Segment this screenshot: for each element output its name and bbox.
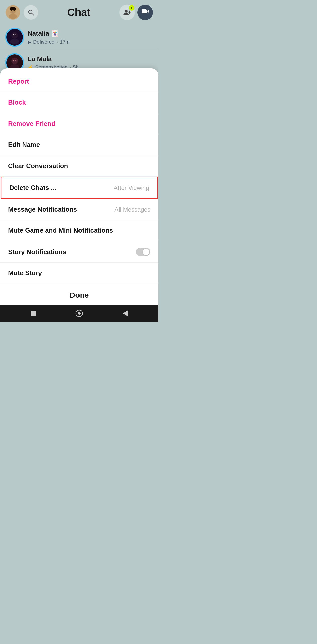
message-notifications-label: Message Notifications <box>8 206 77 213</box>
sheet-item-mute-game[interactable]: Mute Game and Mini Notifications <box>0 220 158 241</box>
new-chat-button[interactable] <box>137 5 153 20</box>
sheet-item-report[interactable]: Report <box>0 71 158 92</box>
home-button[interactable] <box>75 309 84 318</box>
chat-name: La Mala <box>28 55 153 63</box>
chat-avatar-wrap <box>6 28 24 46</box>
svg-point-15 <box>10 39 19 44</box>
search-button[interactable] <box>24 5 38 20</box>
svg-point-4 <box>14 10 15 11</box>
delete-chats-value: After Viewing <box>114 184 149 191</box>
notification-badge: 1 <box>129 5 134 11</box>
svg-point-9 <box>125 10 128 13</box>
block-label: Block <box>8 99 26 106</box>
mute-game-label: Mute Game and Mini Notifications <box>8 227 113 234</box>
chat-item-natalia[interactable]: Natalia 🃏 ▶ Delivered · 17m <box>0 25 158 50</box>
bottom-sheet: Report Block Remove Friend Edit Name Cle… <box>0 68 158 305</box>
sheet-item-mute-story[interactable]: Mute Story <box>0 263 158 284</box>
back-button[interactable] <box>121 309 130 318</box>
sheet-item-block[interactable]: Block <box>0 92 158 113</box>
svg-point-16 <box>11 32 18 39</box>
sheet-item-message-notifications[interactable]: Message Notifications All Messages <box>0 199 158 220</box>
chat-name: Natalia 🃏 <box>28 30 153 37</box>
svg-line-8 <box>32 13 34 15</box>
svg-point-21 <box>11 58 18 64</box>
svg-point-3 <box>11 10 12 11</box>
toggle-knob <box>143 249 149 255</box>
story-notifications-toggle-wrap <box>136 248 150 256</box>
svg-point-17 <box>13 34 14 35</box>
user-avatar[interactable] <box>6 5 20 20</box>
chat-info: Natalia 🃏 ▶ Delivered · 17m <box>28 30 153 45</box>
remove-friend-label: Remove Friend <box>8 120 55 128</box>
page-title: Chat <box>67 6 90 18</box>
sheet-item-edit-name[interactable]: Edit Name <box>0 134 158 155</box>
story-notifications-toggle[interactable] <box>136 248 150 256</box>
sheet-item-remove-friend[interactable]: Remove Friend <box>0 113 158 134</box>
add-friend-button[interactable]: 1 <box>119 5 135 20</box>
clear-conversation-label: Clear Conversation <box>8 162 68 170</box>
app-header: Chat 1 <box>0 0 158 24</box>
header-left <box>6 5 38 20</box>
svg-point-2 <box>9 14 17 19</box>
mute-story-label: Mute Story <box>8 269 42 277</box>
nav-bar <box>0 305 158 322</box>
delivered-icon: ▶ <box>28 39 31 45</box>
svg-point-23 <box>15 60 16 61</box>
sheet-item-clear-conversation[interactable]: Clear Conversation <box>0 155 158 177</box>
svg-rect-6 <box>10 8 16 10</box>
svg-point-18 <box>15 34 16 35</box>
svg-marker-32 <box>123 310 128 316</box>
svg-rect-29 <box>31 311 36 316</box>
sheet-item-delete-chats[interactable]: Delete Chats ... After Viewing <box>1 177 158 199</box>
svg-point-31 <box>78 312 81 315</box>
message-notifications-value: All Messages <box>114 206 150 213</box>
delete-chats-label: Delete Chats ... <box>9 184 56 192</box>
header-right: 1 <box>119 5 153 20</box>
svg-point-22 <box>13 60 14 61</box>
chat-status: ▶ Delivered · 17m <box>28 39 153 45</box>
stop-button[interactable] <box>29 309 38 318</box>
chat-info: La Mala ⚡ Screenshotted · 5h <box>28 55 153 70</box>
done-label: Done <box>70 291 89 299</box>
done-button[interactable]: Done <box>0 284 158 305</box>
story-notifications-label: Story Notifications <box>8 248 66 256</box>
sheet-item-story-notifications[interactable]: Story Notifications <box>0 241 158 263</box>
chat-avatar <box>6 28 24 46</box>
edit-name-label: Edit Name <box>8 141 40 149</box>
report-label: Report <box>8 77 29 85</box>
